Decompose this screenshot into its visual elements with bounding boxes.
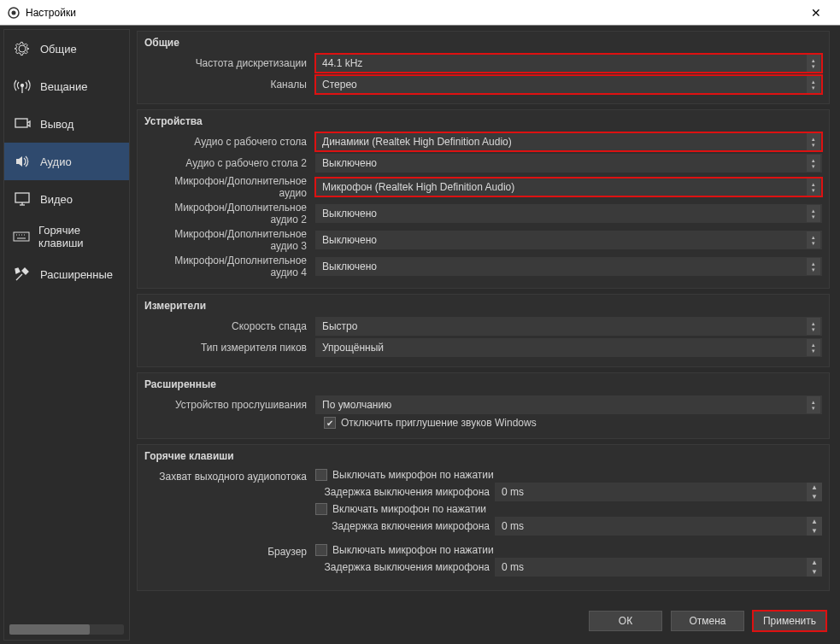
updown-icon xyxy=(807,396,820,413)
section-title: Горячие клавиши xyxy=(144,450,822,462)
updown-icon xyxy=(807,55,820,72)
content-area: Общие Частота дискретизации 44.1 kHz Кан… xyxy=(130,29,837,641)
mic-audio2-label: Микрофон/Дополнительное аудио 2 xyxy=(144,202,315,225)
hotkey-group-browser-label: Браузер xyxy=(144,542,315,578)
app-icon xyxy=(7,6,21,20)
updown-icon xyxy=(807,155,820,172)
gear-icon xyxy=(13,39,32,58)
section-title: Общие xyxy=(144,37,822,49)
enable-ptt-checkbox[interactable] xyxy=(315,503,327,515)
browser-mute-ptt-label: Выключать микрофон по нажатии xyxy=(332,544,494,556)
sidebar-item-general[interactable]: Общие xyxy=(4,30,129,67)
updown-icon xyxy=(807,339,820,356)
browser-mute-delay-label: Задержка выключения микрофона xyxy=(315,561,495,573)
desktop-audio2-select[interactable]: Выключено xyxy=(315,154,822,173)
sidebar-label: Видео xyxy=(40,193,73,206)
spin-buttons[interactable]: ▲▼ xyxy=(807,483,822,501)
desktop-audio-select[interactable]: Динамики (Realtek High Definition Audio) xyxy=(315,132,822,151)
apply-button[interactable]: Применить xyxy=(753,611,826,631)
spin-buttons[interactable]: ▲▼ xyxy=(807,517,822,536)
sidebar-item-advanced[interactable]: Расширенные xyxy=(4,255,129,293)
decay-rate-label: Скорость спада xyxy=(144,320,315,332)
section-general: Общие Частота дискретизации 44.1 kHz Кан… xyxy=(137,31,830,104)
broadcast-icon xyxy=(13,77,32,96)
mic-audio4-label: Микрофон/Дополнительное аудио 4 xyxy=(144,255,315,278)
updown-icon xyxy=(807,205,820,222)
mute-delay-label: Задержка выключения микрофона xyxy=(315,486,495,498)
monitoring-device-label: Устройство прослушивания xyxy=(144,399,315,411)
svg-rect-5 xyxy=(15,193,29,202)
desktop-audio2-label: Аудио с рабочего стола 2 xyxy=(144,157,315,169)
tools-icon xyxy=(13,265,32,284)
spin-buttons[interactable]: ▲▼ xyxy=(807,558,822,577)
desktop-audio-label: Аудио с рабочего стола xyxy=(144,136,315,148)
mic-audio4-select[interactable]: Выключено xyxy=(315,257,822,276)
section-hotkeys: Горячие клавиши Захват выходного аудиопо… xyxy=(137,444,830,591)
ok-button[interactable]: ОК xyxy=(589,611,662,631)
section-advanced: Расширенные Устройство прослушиванияПо у… xyxy=(137,372,830,439)
mute-ptt-label: Выключать микрофон по нажатии xyxy=(332,469,494,481)
sidebar-scrollbar[interactable] xyxy=(9,624,124,635)
sidebar-item-hotkeys[interactable]: Горячие клавиши xyxy=(4,218,129,255)
mic-audio-label: Микрофон/Дополнительное аудио xyxy=(144,175,315,199)
sidebar-item-output[interactable]: Вывод xyxy=(4,105,129,143)
section-title: Устройства xyxy=(144,115,822,127)
sidebar-label: Общие xyxy=(40,43,77,56)
sidebar-item-audio[interactable]: Аудио xyxy=(4,143,129,180)
channels-select[interactable]: Стерео xyxy=(315,75,822,94)
updown-icon xyxy=(807,231,820,249)
window-title: Настройки xyxy=(26,7,799,19)
disable-ducking-label: Отключить приглушение звуков Windows xyxy=(341,417,537,429)
mute-delay-input[interactable]: 0 ms xyxy=(495,483,807,501)
monitoring-device-select[interactable]: По умолчанию xyxy=(315,395,822,414)
enable-delay-input[interactable]: 0 ms xyxy=(495,517,807,536)
section-title: Расширенные xyxy=(144,378,822,390)
cancel-button[interactable]: Отмена xyxy=(671,611,744,631)
section-meters: Измерители Скорость спадаБыстро Тип изме… xyxy=(137,294,830,367)
monitor-icon xyxy=(13,190,32,208)
updown-icon xyxy=(807,179,820,196)
sidebar-label: Вещание xyxy=(40,80,88,93)
peak-meter-select[interactable]: Упрощённый xyxy=(315,338,822,357)
disable-ducking-checkbox[interactable] xyxy=(324,417,336,429)
sidebar-item-video[interactable]: Видео xyxy=(4,180,129,218)
decay-rate-select[interactable]: Быстро xyxy=(315,317,822,336)
peak-meter-label: Тип измерителя пиков xyxy=(144,342,315,354)
browser-mute-delay-input[interactable]: 0 ms xyxy=(495,558,807,577)
enable-ptt-label: Включать микрофон по нажатии xyxy=(332,503,486,515)
sidebar-label: Аудио xyxy=(40,155,72,168)
mic-audio2-select[interactable]: Выключено xyxy=(315,204,822,223)
updown-icon xyxy=(807,76,820,93)
sidebar: Общие Вещание Вывод Аудио Видео Горячие … xyxy=(3,29,130,641)
close-button[interactable]: ✕ xyxy=(799,6,833,20)
updown-icon xyxy=(807,133,820,150)
channels-label: Каналы xyxy=(144,79,315,91)
output-icon xyxy=(13,114,32,133)
mic-audio3-select[interactable]: Выключено xyxy=(315,231,822,249)
enable-delay-label: Задержка включения микрофона xyxy=(315,520,495,532)
section-devices: Устройства Аудио с рабочего столаДинамик… xyxy=(137,109,830,289)
mic-audio3-label: Микрофон/Дополнительное аудио 3 xyxy=(144,228,315,252)
svg-rect-4 xyxy=(15,119,27,127)
mute-ptt-checkbox[interactable] xyxy=(315,469,327,481)
bottom-bar: ОК Отмена Применить xyxy=(135,601,837,641)
svg-point-1 xyxy=(12,10,16,15)
sample-rate-label: Частота дискретизации xyxy=(144,57,315,69)
sample-rate-select[interactable]: 44.1 kHz xyxy=(315,54,822,73)
sidebar-label: Вывод xyxy=(40,118,73,131)
updown-icon xyxy=(807,318,820,335)
browser-mute-ptt-checkbox[interactable] xyxy=(315,544,327,556)
keyboard-icon xyxy=(13,227,30,246)
section-title: Измерители xyxy=(144,300,822,312)
sidebar-label: Горячие клавиши xyxy=(38,224,120,249)
sidebar-label: Расширенные xyxy=(40,268,113,281)
titlebar: Настройки ✕ xyxy=(0,0,840,26)
sidebar-item-stream[interactable]: Вещание xyxy=(4,67,129,105)
updown-icon xyxy=(807,258,820,275)
speaker-icon xyxy=(13,152,32,171)
hotkey-group-capture-label: Захват выходного аудиопотока xyxy=(144,467,315,537)
svg-rect-8 xyxy=(14,232,29,241)
mic-audio-select[interactable]: Микрофон (Realtek High Definition Audio) xyxy=(315,178,822,196)
